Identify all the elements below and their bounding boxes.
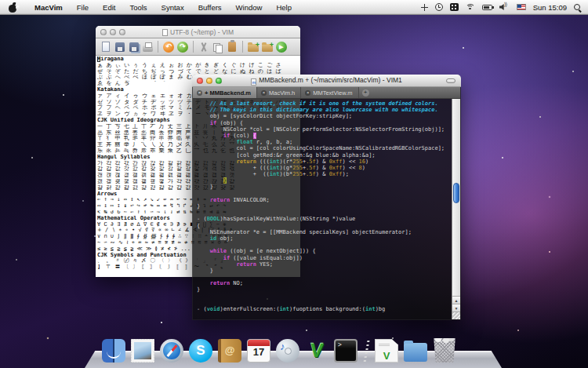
print-icon[interactable]	[143, 46, 153, 52]
dock	[85, 327, 502, 368]
menu-items: MacVimFileEditToolsSyntaxBuffersWindowHe…	[27, 0, 299, 15]
close-button[interactable]	[100, 29, 107, 35]
paste-icon[interactable]	[228, 42, 236, 52]
tab-close-icon[interactable]: ×	[261, 90, 267, 96]
toolbar-toggle-lozenge[interactable]	[446, 78, 456, 83]
code-line: return NO;	[197, 280, 452, 286]
window-controls	[197, 78, 222, 84]
section-header: Hiragana	[97, 56, 300, 63]
folder-icon[interactable]	[262, 44, 273, 52]
code-line: float r, g, b, a;	[197, 139, 452, 145]
code-buffer[interactable]: // As a last resort, check if it is one …	[193, 99, 452, 319]
menu-buffers[interactable]: Buffers	[191, 0, 229, 15]
minimize-button[interactable]	[110, 29, 116, 35]
close-button[interactable]	[197, 78, 203, 84]
kbd-status-icon[interactable]	[450, 3, 459, 11]
dock-divider	[363, 341, 369, 363]
spotlight-icon[interactable]	[574, 4, 580, 10]
toolbar-separator	[158, 41, 158, 53]
tab-macvim-h[interactable]: ×MacVim.h	[257, 87, 301, 98]
run-icon[interactable]	[276, 42, 287, 53]
redo-icon[interactable]: ↷	[177, 42, 188, 53]
vim-code-titlebar[interactable]: mMMBackend.m + (~/macvim/src/MacVim) - V…	[192, 75, 461, 87]
dock-trash-icon[interactable]	[433, 338, 456, 363]
tab-mmtextview-m[interactable]: ×MMTextView.m	[301, 87, 358, 98]
dock-vimdoc-icon[interactable]	[375, 339, 398, 363]
undo-icon[interactable]: ↶	[163, 42, 174, 53]
dock-term-icon[interactable]	[334, 339, 358, 363]
code-line: - (void)enterFullscreen:(int)fuoptions b…	[197, 306, 452, 312]
zoom-button[interactable]	[216, 78, 222, 84]
cut-icon[interactable]	[198, 42, 209, 53]
folder-icon[interactable]	[248, 44, 259, 52]
add-tab-button[interactable]: +	[362, 89, 369, 97]
tab--mmbackend-m[interactable]: ×+ MMBackend.m	[193, 87, 257, 98]
menu-bar-clock[interactable]: Sun 15:09	[533, 3, 567, 12]
tab-label: MMTextView.m	[313, 89, 352, 97]
scroll-up-button[interactable]: ▲	[452, 296, 460, 304]
menu-syntax[interactable]: Syntax	[154, 0, 191, 15]
dock-safari-icon[interactable]	[160, 339, 183, 363]
move-status-icon[interactable]	[421, 4, 428, 11]
flag-status-icon[interactable]	[517, 4, 526, 10]
code-line: return (((int)(r*255+.5f) & 0xff) << 16)	[197, 158, 452, 165]
dock-itunes-icon[interactable]	[276, 339, 299, 363]
document-proxy-icon[interactable]: m	[251, 78, 256, 86]
clock-status-icon[interactable]	[435, 3, 443, 11]
toolbar-separator	[193, 41, 194, 53]
code-line: if ([value isEqual:obj])	[197, 255, 452, 261]
save-icon[interactable]	[115, 42, 125, 52]
apple-menu-icon[interactable]	[8, 2, 18, 13]
vim-utf8-titlebar[interactable]: UTF-8 (~/temp) - VIM	[96, 26, 300, 38]
saveall-icon[interactable]	[129, 42, 139, 52]
dock-macvim-icon[interactable]	[305, 339, 328, 363]
batt-status-icon[interactable]	[482, 5, 492, 10]
code-line: return YES;	[197, 261, 452, 268]
code-line: - (BOOL)hasSpecialKeyWithValue:(NSString…	[197, 216, 452, 222]
code-line: }	[197, 184, 452, 190]
dock-finder-icon[interactable]	[102, 339, 125, 363]
minimize-button[interactable]	[206, 78, 212, 84]
menu-tools[interactable]: Tools	[122, 0, 154, 15]
scrollbar-thumb[interactable]	[453, 183, 459, 203]
wifi-status-icon[interactable]	[466, 4, 475, 11]
new-icon[interactable]	[102, 42, 110, 52]
tab-close-icon[interactable]: ×	[197, 90, 202, 96]
code-line: id obj;	[197, 235, 452, 242]
dock-ical-icon[interactable]	[247, 339, 270, 363]
code-line: // As a last resort, check if it is one …	[197, 100, 452, 107]
code-line: NSEnumerator *e = [[MMBackend specialKey…	[197, 229, 452, 235]
code-line: NSColor *col = [NSColor performSelector:…	[197, 126, 452, 133]
dock-folder-icon[interactable]	[404, 343, 427, 362]
code-line	[197, 191, 452, 197]
menu-help[interactable]: Help	[269, 0, 299, 15]
tab-close-icon[interactable]: ×	[305, 90, 310, 96]
dock-mail-icon[interactable]	[131, 339, 154, 363]
menu-window[interactable]: Window	[229, 0, 270, 15]
menu-edit[interactable]: Edit	[96, 0, 122, 15]
code-line: }	[197, 203, 452, 210]
code-line: + (((int)(g*255+.5f) & 0xff) << 8)	[197, 165, 452, 171]
vim-code-window: mMMBackend.m + (~/macvim/src/MacVim) - V…	[192, 75, 461, 320]
code-line: if (col) {	[197, 133, 452, 139]
toolbar-separator	[242, 41, 243, 53]
dock-book-icon[interactable]	[218, 339, 241, 363]
dock-skype-icon[interactable]	[189, 339, 212, 363]
code-line: [col getRed:&r green:&g blue:&b alpha:&a…	[197, 152, 452, 158]
scroll-down-button[interactable]: ▼	[452, 304, 460, 312]
vol-status-icon[interactable]	[499, 3, 510, 11]
code-line	[197, 210, 452, 216]
copy-icon[interactable]	[212, 42, 223, 53]
menu-file[interactable]: File	[70, 0, 96, 15]
zoom-button[interactable]	[119, 29, 125, 35]
menu-bar-status-area: Sun 15:09	[421, 3, 588, 12]
code-line: col = [col colorUsingColorSpaceName:NSCa…	[197, 145, 452, 151]
window-title: UTF-8 (~/temp) - VIM	[96, 28, 300, 36]
code-line: if (obj) {	[197, 120, 452, 126]
document-proxy-icon[interactable]	[162, 29, 168, 36]
code-line	[197, 274, 452, 280]
code-line	[197, 300, 452, 306]
menu-macvim[interactable]: MacVim	[27, 0, 70, 15]
scrollbar[interactable]: ▲ ▼	[452, 99, 460, 319]
resize-grip[interactable]	[452, 312, 460, 319]
